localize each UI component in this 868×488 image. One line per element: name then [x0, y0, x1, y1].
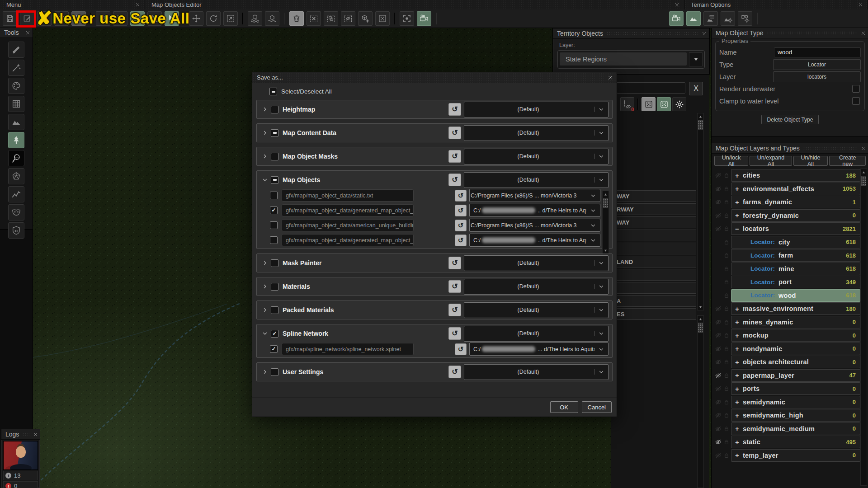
- section-checkbox[interactable]: [271, 330, 278, 338]
- lock-icon[interactable]: [723, 319, 730, 325]
- expand-toggle[interactable]: +: [735, 371, 743, 379]
- object-settings-button[interactable]: [672, 97, 686, 111]
- path-input[interactable]: gfx/map/map_object_data/american_unique_…: [282, 219, 414, 231]
- save-button[interactable]: [3, 11, 17, 26]
- layer-dropdown[interactable]: State Regions: [557, 50, 705, 69]
- un-expand-all-button[interactable]: Un/expand All: [750, 156, 792, 166]
- randomize-button[interactable]: [375, 11, 390, 26]
- lock-icon[interactable]: [723, 266, 730, 272]
- focus-camera-button[interactable]: [400, 11, 414, 26]
- warnings-visibility-button[interactable]: 0: [620, 97, 634, 111]
- list-item-fragment[interactable]: WAY: [611, 216, 696, 228]
- layer-value-button[interactable]: locators: [773, 71, 861, 82]
- lock-icon[interactable]: [723, 252, 730, 258]
- reset-button[interactable]: ↺: [455, 205, 467, 216]
- section-dropdown[interactable]: (Default): [464, 149, 609, 164]
- name-input[interactable]: [774, 47, 861, 57]
- lock-icon[interactable]: [723, 372, 730, 379]
- create-new-button[interactable]: Create new: [829, 156, 866, 166]
- close-icon[interactable]: [135, 2, 140, 7]
- expand-toggle[interactable]: +: [735, 438, 743, 446]
- camera-settings-button[interactable]: [669, 11, 684, 26]
- scrollbar[interactable]: [602, 191, 609, 254]
- type-value-button[interactable]: Locator: [773, 59, 861, 70]
- scrollbar[interactable]: [697, 315, 704, 488]
- eye-off-icon[interactable]: [715, 359, 722, 365]
- close-icon[interactable]: [858, 2, 863, 7]
- lock-icon[interactable]: [723, 172, 730, 178]
- layer-box[interactable]: +environmental_effects1053: [731, 183, 860, 195]
- section-checkbox[interactable]: [271, 259, 278, 267]
- sphere-paint-button[interactable]: [8, 150, 24, 166]
- clamp-checkbox[interactable]: [852, 97, 860, 105]
- close-icon[interactable]: [861, 31, 866, 36]
- scrollbar[interactable]: [697, 113, 704, 310]
- layer-box[interactable]: +mockup0: [731, 329, 860, 342]
- terrain-sculpt-button[interactable]: [8, 114, 24, 130]
- section-dropdown[interactable]: (Default): [464, 326, 609, 342]
- layer-box[interactable]: Locator:wood618: [731, 289, 860, 302]
- eye-off-icon[interactable]: [715, 452, 722, 459]
- chevron-right-icon[interactable]: [262, 369, 268, 375]
- lock-icon[interactable]: [723, 186, 730, 192]
- game-mode-button[interactable]: [8, 222, 24, 239]
- list-item-fragment[interactable]: A: [611, 295, 696, 307]
- mask-tool-button[interactable]: [8, 204, 24, 221]
- layer-box[interactable]: +semidynamic0: [731, 396, 860, 408]
- reset-button[interactable]: ↺: [448, 150, 461, 163]
- scroll-thumb[interactable]: [698, 120, 703, 130]
- section-checkbox[interactable]: [271, 129, 278, 137]
- dialog-titlebar[interactable]: Save as...: [252, 72, 617, 83]
- cancel-button[interactable]: Cancel: [582, 401, 612, 413]
- scroll-up-button[interactable]: [698, 113, 703, 120]
- section-checkbox[interactable]: [271, 106, 278, 113]
- layer-box[interactable]: +mines_dynamic0: [731, 316, 860, 328]
- path-input[interactable]: gfx/map/map_object_data/generated_map_ob…: [282, 204, 414, 216]
- eye-off-icon[interactable]: [715, 199, 722, 205]
- camera-mode-button[interactable]: [417, 11, 431, 26]
- eye-off-icon[interactable]: [715, 399, 722, 405]
- scroll-up-button[interactable]: [698, 316, 703, 322]
- scrollbar[interactable]: [860, 169, 867, 486]
- terrain-view-button[interactable]: [686, 11, 701, 26]
- scroll-down-button[interactable]: [603, 247, 609, 253]
- reset-button[interactable]: ↺: [448, 304, 461, 316]
- selection-hide-button[interactable]: [341, 11, 355, 26]
- layer-box[interactable]: +papermap_layer47: [731, 369, 860, 382]
- sink-object-button[interactable]: [265, 11, 279, 26]
- lock-icon[interactable]: [723, 239, 730, 245]
- expand-toggle[interactable]: +: [735, 305, 743, 313]
- info-log-row[interactable]: i 13: [3, 471, 38, 480]
- section-dropdown[interactable]: (Default): [464, 102, 609, 117]
- layer-box[interactable]: Locator:city618: [731, 236, 860, 249]
- file-checkbox[interactable]: [270, 345, 278, 353]
- layer-box[interactable]: +farms_dynamic1: [731, 196, 860, 208]
- spline-tool-button[interactable]: [8, 186, 24, 202]
- expand-toggle[interactable]: +: [735, 412, 743, 419]
- close-icon[interactable]: [25, 30, 30, 35]
- reset-button[interactable]: ↺: [455, 343, 467, 355]
- chevron-right-icon[interactable]: [262, 130, 268, 136]
- chevron-right-icon[interactable]: [262, 107, 268, 112]
- scroll-thumb[interactable]: [698, 323, 703, 333]
- scroll-down-button[interactable]: [698, 304, 703, 310]
- destination-dropdown[interactable]: C:/Program Files (x86)/S ... mon/Victori…: [469, 219, 600, 232]
- eye-off-icon[interactable]: [715, 412, 722, 418]
- layer-box[interactable]: Locator:port349: [731, 276, 860, 288]
- destination-dropdown[interactable]: C:/.. d/The Heirs to Aquitania: [469, 204, 600, 217]
- select-all-checkbox[interactable]: [269, 88, 277, 95]
- eye-off-icon[interactable]: [715, 212, 722, 219]
- randomize-button[interactable]: [642, 97, 656, 111]
- close-icon[interactable]: [861, 146, 866, 151]
- expand-toggle[interactable]: −: [735, 225, 743, 233]
- lock-icon[interactable]: [723, 212, 730, 219]
- list-item-fragment[interactable]: RWAY: [611, 203, 696, 215]
- expand-toggle[interactable]: +: [735, 318, 743, 326]
- lock-icon[interactable]: [723, 426, 730, 432]
- lock-icon[interactable]: [723, 359, 730, 365]
- close-icon[interactable]: [702, 31, 707, 36]
- scroll-up-button[interactable]: [603, 191, 609, 197]
- list-item-fragment[interactable]: [611, 230, 696, 241]
- scroll-thumb[interactable]: [603, 198, 608, 208]
- file-checkbox[interactable]: [270, 221, 278, 229]
